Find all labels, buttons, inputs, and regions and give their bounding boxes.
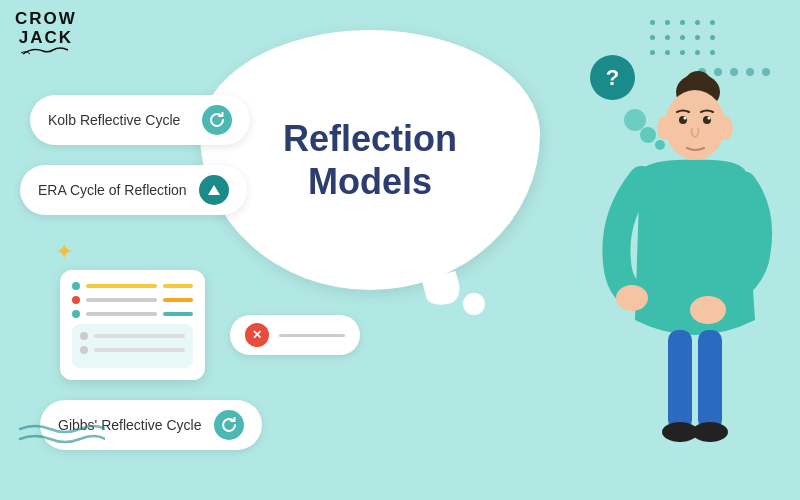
ui-line-2 [86, 298, 157, 302]
cancel-line [279, 334, 345, 337]
ui-cards-decoration [60, 270, 205, 380]
main-title-blob: Reflection Models [200, 30, 560, 310]
ui-line-1b [163, 284, 193, 288]
ui-card-row-2 [72, 296, 193, 304]
main-title: Reflection Models [283, 117, 457, 203]
svg-point-11 [657, 116, 673, 140]
svg-rect-14 [698, 330, 722, 430]
svg-marker-0 [208, 185, 220, 195]
ui-card-row-inner-1 [80, 332, 185, 340]
ui-line-i1 [94, 334, 185, 338]
ui-card-row-3 [72, 310, 193, 318]
cancel-button[interactable]: ✕ [230, 315, 360, 355]
logo-bird [18, 45, 73, 59]
svg-point-16 [692, 422, 728, 442]
cancel-x-icon: ✕ [245, 323, 269, 347]
ui-dot-3 [72, 310, 80, 318]
svg-point-19 [624, 109, 646, 131]
era-icon [199, 175, 229, 205]
svg-point-9 [684, 117, 687, 120]
kolb-button-label: Kolb Reflective Cycle [48, 112, 190, 128]
sparkle-decoration: ✦ [55, 239, 73, 265]
ui-line-2b [163, 298, 193, 302]
person-illustration [580, 40, 780, 460]
gibbs-icon [214, 410, 244, 440]
era-button-label: ERA Cycle of Reflection [38, 182, 187, 198]
kolb-icon [202, 105, 232, 135]
ui-dot-i1 [80, 332, 88, 340]
ui-line-i2 [94, 348, 185, 352]
ui-line-3b [163, 312, 193, 316]
ui-card-inner [72, 324, 193, 368]
ui-dot-1 [72, 282, 80, 290]
blob-background: Reflection Models [200, 30, 540, 290]
wave-decoration [15, 421, 105, 455]
svg-rect-13 [668, 330, 692, 430]
svg-point-10 [708, 117, 711, 120]
svg-point-17 [655, 140, 665, 150]
era-button[interactable]: ERA Cycle of Reflection [20, 165, 247, 215]
svg-point-5 [690, 296, 726, 324]
svg-point-12 [717, 116, 733, 140]
kolb-button[interactable]: Kolb Reflective Cycle [30, 95, 250, 145]
ui-line-1 [86, 284, 157, 288]
ui-card-row-1 [72, 282, 193, 290]
ui-dot-i2 [80, 346, 88, 354]
logo-text-crow: CROW [15, 10, 77, 29]
logo: CROW JACK [15, 10, 77, 59]
ui-line-3 [86, 312, 157, 316]
ui-dot-2 [72, 296, 80, 304]
ui-card-row-inner-2 [80, 346, 185, 354]
svg-point-6 [616, 285, 648, 311]
svg-point-18 [640, 127, 656, 143]
